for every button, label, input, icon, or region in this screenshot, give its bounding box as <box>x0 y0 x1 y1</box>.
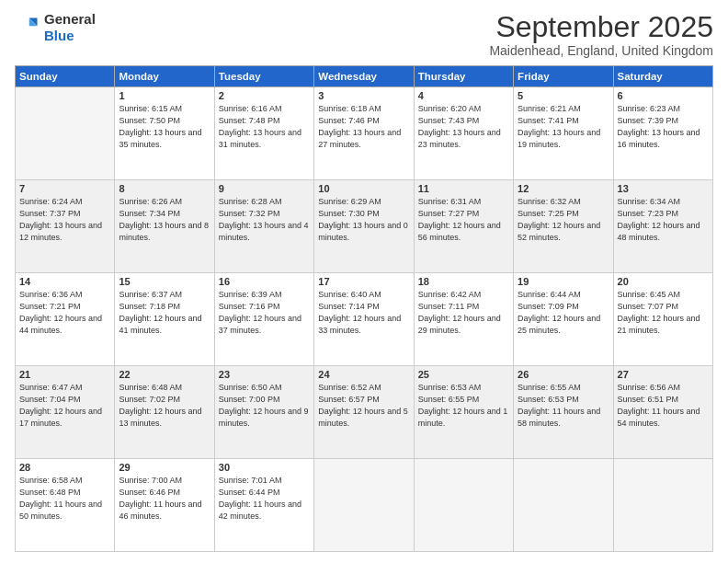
cell-info: Sunrise: 6:23 AMSunset: 7:39 PMDaylight:… <box>618 103 709 151</box>
day-number: 24 <box>318 369 409 380</box>
table-row <box>514 459 613 552</box>
cell-info: Sunrise: 6:29 AMSunset: 7:30 PMDaylight:… <box>318 196 409 244</box>
day-number: 17 <box>318 276 409 287</box>
day-number: 10 <box>318 183 409 194</box>
day-number: 2 <box>219 90 310 101</box>
cell-info: Sunrise: 6:36 AMSunset: 7:21 PMDaylight:… <box>19 289 110 337</box>
table-row: 6Sunrise: 6:23 AMSunset: 7:39 PMDaylight… <box>613 87 712 180</box>
table-row: 17Sunrise: 6:40 AMSunset: 7:14 PMDayligh… <box>314 273 414 366</box>
day-number: 4 <box>418 90 509 101</box>
table-row: 15Sunrise: 6:37 AMSunset: 7:18 PMDayligh… <box>115 273 214 366</box>
day-number: 14 <box>19 276 110 287</box>
day-number: 20 <box>618 276 709 287</box>
cell-info: Sunrise: 6:56 AMSunset: 6:51 PMDaylight:… <box>618 382 709 430</box>
day-number: 19 <box>518 276 609 287</box>
day-number: 15 <box>119 276 210 287</box>
table-row: 10Sunrise: 6:29 AMSunset: 7:30 PMDayligh… <box>314 180 414 273</box>
table-row: 3Sunrise: 6:18 AMSunset: 7:46 PMDaylight… <box>314 87 414 180</box>
cell-info: Sunrise: 6:28 AMSunset: 7:32 PMDaylight:… <box>219 196 310 244</box>
day-number: 28 <box>19 462 110 473</box>
table-row: 28Sunrise: 6:58 AMSunset: 6:48 PMDayligh… <box>16 459 115 552</box>
table-row: 1Sunrise: 6:15 AMSunset: 7:50 PMDaylight… <box>115 87 214 180</box>
table-row: 5Sunrise: 6:21 AMSunset: 7:41 PMDaylight… <box>514 87 613 180</box>
logo-general-text: General <box>44 11 96 27</box>
cell-info: Sunrise: 6:44 AMSunset: 7:09 PMDaylight:… <box>518 289 609 337</box>
table-row: 27Sunrise: 6:56 AMSunset: 6:51 PMDayligh… <box>613 366 712 459</box>
table-row <box>414 459 513 552</box>
cell-info: Sunrise: 6:26 AMSunset: 7:34 PMDaylight:… <box>119 196 210 244</box>
cell-info: Sunrise: 6:34 AMSunset: 7:23 PMDaylight:… <box>618 196 709 244</box>
day-number: 3 <box>318 90 409 101</box>
cell-info: Sunrise: 6:31 AMSunset: 7:27 PMDaylight:… <box>418 196 509 244</box>
col-sunday: Sunday <box>16 66 115 87</box>
cell-info: Sunrise: 6:48 AMSunset: 7:02 PMDaylight:… <box>119 382 210 430</box>
day-number: 30 <box>219 462 310 473</box>
day-number: 5 <box>518 90 609 101</box>
day-number: 29 <box>119 462 210 473</box>
cell-info: Sunrise: 7:01 AMSunset: 6:44 PMDaylight:… <box>219 475 310 523</box>
table-row: 25Sunrise: 6:53 AMSunset: 6:55 PMDayligh… <box>414 366 513 459</box>
table-row: 14Sunrise: 6:36 AMSunset: 7:21 PMDayligh… <box>16 273 115 366</box>
day-number: 11 <box>418 183 509 194</box>
location: Maidenhead, England, United Kingdom <box>489 43 713 58</box>
day-number: 13 <box>618 183 709 194</box>
table-row: 19Sunrise: 6:44 AMSunset: 7:09 PMDayligh… <box>514 273 613 366</box>
logo: General Blue <box>15 11 96 44</box>
day-number: 8 <box>119 183 210 194</box>
calendar-week-row: 7Sunrise: 6:24 AMSunset: 7:37 PMDaylight… <box>16 180 713 273</box>
calendar-week-row: 14Sunrise: 6:36 AMSunset: 7:21 PMDayligh… <box>16 273 713 366</box>
col-friday: Friday <box>514 66 613 87</box>
table-row: 23Sunrise: 6:50 AMSunset: 7:00 PMDayligh… <box>214 366 313 459</box>
cell-info: Sunrise: 6:18 AMSunset: 7:46 PMDaylight:… <box>318 103 409 151</box>
day-number: 9 <box>219 183 310 194</box>
day-number: 23 <box>219 369 310 380</box>
cell-info: Sunrise: 6:20 AMSunset: 7:43 PMDaylight:… <box>418 103 509 151</box>
table-row <box>16 87 115 180</box>
cell-info: Sunrise: 6:39 AMSunset: 7:16 PMDaylight:… <box>219 289 310 337</box>
col-saturday: Saturday <box>613 66 712 87</box>
table-row: 13Sunrise: 6:34 AMSunset: 7:23 PMDayligh… <box>613 180 712 273</box>
table-row: 22Sunrise: 6:48 AMSunset: 7:02 PMDayligh… <box>115 366 214 459</box>
col-thursday: Thursday <box>414 66 513 87</box>
cell-info: Sunrise: 6:53 AMSunset: 6:55 PMDaylight:… <box>418 382 509 430</box>
cell-info: Sunrise: 6:45 AMSunset: 7:07 PMDaylight:… <box>618 289 709 337</box>
cell-info: Sunrise: 6:37 AMSunset: 7:18 PMDaylight:… <box>119 289 210 337</box>
day-number: 7 <box>19 183 110 194</box>
table-row: 24Sunrise: 6:52 AMSunset: 6:57 PMDayligh… <box>314 366 414 459</box>
table-row <box>314 459 414 552</box>
table-row: 21Sunrise: 6:47 AMSunset: 7:04 PMDayligh… <box>16 366 115 459</box>
table-row: 26Sunrise: 6:55 AMSunset: 6:53 PMDayligh… <box>514 366 613 459</box>
table-row: 30Sunrise: 7:01 AMSunset: 6:44 PMDayligh… <box>214 459 313 552</box>
day-number: 25 <box>418 369 509 380</box>
day-number: 12 <box>518 183 609 194</box>
calendar-week-row: 1Sunrise: 6:15 AMSunset: 7:50 PMDaylight… <box>16 87 713 180</box>
day-number: 21 <box>19 369 110 380</box>
cell-info: Sunrise: 6:21 AMSunset: 7:41 PMDaylight:… <box>518 103 609 151</box>
title-block: September 2025 Maidenhead, England, Unit… <box>489 11 713 58</box>
day-number: 18 <box>418 276 509 287</box>
calendar-week-row: 28Sunrise: 6:58 AMSunset: 6:48 PMDayligh… <box>16 459 713 552</box>
cell-info: Sunrise: 6:47 AMSunset: 7:04 PMDaylight:… <box>19 382 110 430</box>
calendar-page: General Blue September 2025 Maidenhead, … <box>0 0 728 563</box>
header: General Blue September 2025 Maidenhead, … <box>15 11 713 58</box>
table-row: 18Sunrise: 6:42 AMSunset: 7:11 PMDayligh… <box>414 273 513 366</box>
month-title: September 2025 <box>489 11 713 43</box>
cell-info: Sunrise: 6:32 AMSunset: 7:25 PMDaylight:… <box>518 196 609 244</box>
col-monday: Monday <box>115 66 214 87</box>
table-row: 9Sunrise: 6:28 AMSunset: 7:32 PMDaylight… <box>214 180 313 273</box>
day-number: 27 <box>618 369 709 380</box>
table-row: 12Sunrise: 6:32 AMSunset: 7:25 PMDayligh… <box>514 180 613 273</box>
logo-icon <box>15 15 40 40</box>
table-row: 20Sunrise: 6:45 AMSunset: 7:07 PMDayligh… <box>613 273 712 366</box>
cell-info: Sunrise: 6:50 AMSunset: 7:00 PMDaylight:… <box>219 382 310 430</box>
header-row: Sunday Monday Tuesday Wednesday Thursday… <box>16 66 713 87</box>
day-number: 6 <box>618 90 709 101</box>
day-number: 16 <box>219 276 310 287</box>
cell-info: Sunrise: 6:16 AMSunset: 7:48 PMDaylight:… <box>219 103 310 151</box>
cell-info: Sunrise: 6:55 AMSunset: 6:53 PMDaylight:… <box>518 382 609 430</box>
table-row: 8Sunrise: 6:26 AMSunset: 7:34 PMDaylight… <box>115 180 214 273</box>
logo-blue-text: Blue <box>44 28 74 43</box>
cell-info: Sunrise: 6:58 AMSunset: 6:48 PMDaylight:… <box>19 475 110 523</box>
table-row: 4Sunrise: 6:20 AMSunset: 7:43 PMDaylight… <box>414 87 513 180</box>
table-row: 29Sunrise: 7:00 AMSunset: 6:46 PMDayligh… <box>115 459 214 552</box>
